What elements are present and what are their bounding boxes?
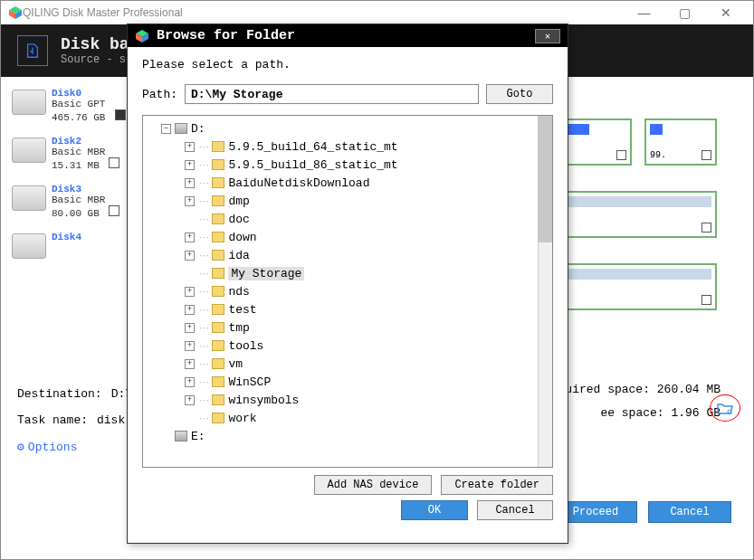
dialog-prompt: Please select a path.: [142, 58, 553, 71]
expand-icon[interactable]: +: [185, 142, 195, 152]
folder-icon: [212, 322, 224, 333]
partition-checkbox[interactable]: [702, 223, 711, 233]
browse-destination-button[interactable]: [710, 394, 740, 422]
expand-icon[interactable]: +: [185, 196, 195, 206]
tree-folder[interactable]: +···tmp: [148, 318, 547, 337]
expand-icon[interactable]: +: [185, 160, 195, 170]
folder-icon: [212, 358, 224, 369]
expand-icon[interactable]: +: [185, 323, 195, 333]
folder-icon: [212, 141, 224, 152]
dialog-close-button[interactable]: ✕: [535, 29, 560, 43]
folder-tree[interactable]: − D: +···5.9.5_build_64_static_mt +···5.…: [142, 115, 553, 468]
ok-button[interactable]: OK: [401, 500, 468, 520]
tree-drive[interactable]: − D:: [148, 119, 547, 138]
scrollbar-thumb[interactable]: [538, 116, 552, 242]
app-logo-icon: [8, 5, 23, 20]
minimize-button[interactable]: —: [624, 4, 664, 22]
tree-folder[interactable]: ···doc: [148, 210, 547, 228]
collapse-icon[interactable]: −: [161, 124, 171, 134]
required-space: uired space: 260.04 MB: [565, 378, 721, 402]
path-label: Path:: [142, 88, 177, 101]
expand-icon[interactable]: +: [185, 251, 195, 261]
browse-folder-dialog: Browse for Folder ✕ Please select a path…: [127, 24, 568, 544]
disk-backup-icon: [17, 35, 48, 66]
disk-icon: [12, 185, 46, 211]
create-folder-button[interactable]: Create folder: [441, 475, 553, 495]
partition-checkbox[interactable]: [702, 150, 711, 160]
folder-icon: [212, 376, 224, 387]
partition-checkbox[interactable]: [616, 150, 626, 160]
expand-icon[interactable]: +: [185, 341, 195, 351]
tree-folder[interactable]: +···nds: [148, 282, 547, 300]
app-logo-icon: [135, 29, 149, 43]
partition-box[interactable]: 99.: [644, 119, 717, 166]
taskname-label: Task name:: [17, 413, 88, 427]
svg-line-4: [731, 413, 733, 415]
tree-folder[interactable]: +···ida: [148, 246, 547, 264]
add-nas-button[interactable]: Add NAS device: [314, 475, 433, 495]
partition-box[interactable]: [559, 119, 632, 166]
maximize-button[interactable]: ▢: [664, 4, 705, 22]
app-title: QILING Disk Master Professional: [23, 6, 183, 19]
tree-folder[interactable]: +···test: [148, 300, 547, 318]
tree-folder[interactable]: +···down: [148, 228, 547, 246]
dialog-title: Browse for Folder: [157, 28, 295, 43]
disk-icon: [12, 138, 46, 163]
free-space: ee space: 1.96 GB: [565, 402, 721, 425]
folder-icon: [212, 250, 224, 261]
expand-icon[interactable]: +: [185, 359, 195, 369]
tree-folder[interactable]: +···5.9.5_build_64_static_mt: [148, 138, 547, 156]
scrollbar[interactable]: [538, 116, 552, 467]
disk-name: Disk0: [52, 88, 126, 99]
tree-folder[interactable]: ···work: [148, 409, 547, 427]
tree-folder[interactable]: +···dmp: [148, 192, 547, 210]
disk-icon: [12, 90, 46, 115]
disk-checkbox[interactable]: [109, 205, 119, 216]
tree-folder[interactable]: +···winsymbols: [148, 391, 547, 409]
dialog-titlebar: Browse for Folder ✕: [128, 24, 568, 47]
tree-folder[interactable]: +···5.9.5_build_86_static_mt: [148, 156, 547, 174]
folder-icon: [212, 268, 224, 279]
folder-icon: [212, 394, 224, 405]
tree-folder[interactable]: +···vm: [148, 355, 547, 373]
folder-icon: [212, 177, 224, 188]
folder-icon: [212, 159, 224, 170]
folder-icon: [212, 340, 224, 351]
close-button[interactable]: ✕: [705, 4, 746, 22]
tree-folder[interactable]: +···WinSCP: [148, 373, 547, 391]
titlebar: QILING Disk Master Professional — ▢ ✕: [1, 1, 753, 24]
taskname-value: disk: [97, 413, 125, 427]
expand-icon[interactable]: +: [185, 233, 195, 242]
folder-icon: [212, 195, 224, 206]
disk-checkbox[interactable]: [115, 109, 126, 120]
tree-drive[interactable]: E:: [148, 427, 547, 445]
expand-icon[interactable]: +: [185, 395, 195, 405]
expand-icon[interactable]: +: [185, 305, 195, 315]
disk-checkbox[interactable]: [109, 157, 119, 168]
partition-box[interactable]: [554, 263, 717, 310]
folder-icon: [212, 232, 224, 242]
tree-folder-selected[interactable]: ···My Storage: [148, 264, 547, 282]
disk-icon: [12, 233, 46, 259]
tree-folder[interactable]: +···BaiduNetdiskDownload: [148, 174, 547, 192]
destination-label: Destination:: [17, 387, 102, 401]
folder-icon: [212, 413, 224, 423]
goto-button[interactable]: Goto: [486, 84, 553, 104]
folder-icon: [212, 214, 224, 224]
drive-icon: [175, 431, 187, 441]
tree-folder[interactable]: +···tools: [148, 337, 547, 355]
dialog-cancel-button[interactable]: Cancel: [477, 500, 553, 520]
gear-icon: ⚙: [17, 440, 24, 454]
path-input[interactable]: [185, 84, 479, 104]
folder-icon: [212, 304, 224, 315]
drive-icon: [175, 123, 187, 134]
partition-box[interactable]: [554, 191, 717, 238]
partition-checkbox[interactable]: [702, 295, 711, 305]
expand-icon[interactable]: +: [185, 287, 195, 297]
expand-icon[interactable]: +: [185, 178, 195, 188]
cancel-button[interactable]: Cancel: [648, 501, 731, 523]
expand-icon[interactable]: +: [185, 377, 195, 387]
folder-icon: [212, 286, 224, 297]
